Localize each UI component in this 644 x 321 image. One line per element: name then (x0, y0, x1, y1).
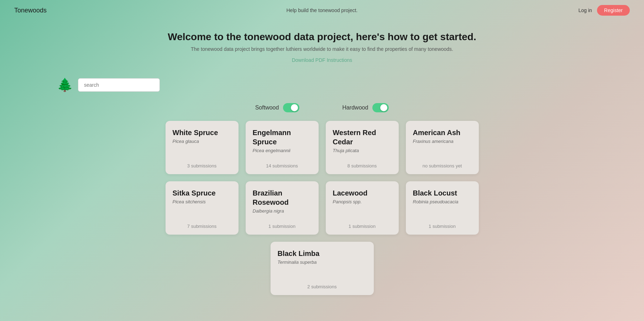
filters-row: Softwood Hardwood (0, 100, 644, 121)
wood-name: Lacewood (333, 188, 392, 198)
bottom-row: Black Limba Terminalia superba 2 submiss… (0, 242, 644, 295)
wood-submissions: no submissions yet (413, 163, 472, 168)
wood-submissions: 3 submissions (173, 163, 231, 168)
wood-submissions: 1 submission (253, 224, 311, 229)
wood-latin: Picea glauca (173, 139, 231, 144)
hero-subtitle: The tonewood data project brings togethe… (7, 46, 637, 52)
search-area: 🌲 (0, 70, 644, 100)
wood-name: Engelmann Spruce (253, 128, 311, 146)
wood-name: Black Limba (278, 249, 367, 258)
nav-actions: Log in Register (578, 5, 630, 16)
wood-latin: Terminalia superba (278, 260, 367, 265)
wood-name: American Ash (413, 128, 472, 137)
tree-icon: 🌲 (57, 77, 73, 92)
wood-card-black-limba[interactable]: Black Limba Terminalia superba 2 submiss… (271, 242, 374, 295)
nav-tagline: Help build the tonewood project. (286, 7, 357, 13)
wood-latin: Panopsis spp. (333, 199, 392, 204)
wood-submissions: 1 submission (413, 224, 472, 229)
search-input[interactable] (78, 78, 160, 92)
hero-title: Welcome to the tonewood data project, he… (7, 31, 637, 43)
brand-name: Tonewoods (14, 7, 47, 14)
wood-submissions: 7 submissions (173, 224, 231, 229)
hardwood-label: Hardwood (342, 105, 368, 111)
wood-name: Black Locust (413, 188, 472, 198)
register-button[interactable]: Register (597, 5, 630, 16)
wood-submissions: 2 submissions (278, 284, 367, 289)
wood-grid: White Spruce Picea glauca 3 submissions … (109, 121, 536, 235)
hero-section: Welcome to the tonewood data project, he… (0, 21, 644, 70)
softwood-label: Softwood (255, 105, 279, 111)
wood-latin: Picea engelmannii (253, 148, 311, 153)
pdf-instructions-link[interactable]: Download PDF Instructions (292, 57, 352, 63)
wood-card[interactable]: Western Red Cedar Thuja plicata 8 submis… (326, 121, 399, 174)
wood-name: Sitka Spruce (173, 188, 231, 198)
login-button[interactable]: Log in (578, 7, 592, 13)
wood-card[interactable]: American Ash Fraxinus americana no submi… (406, 121, 479, 174)
softwood-filter: Softwood (255, 103, 300, 112)
wood-card[interactable]: Engelmann Spruce Picea engelmannii 14 su… (246, 121, 319, 174)
hardwood-filter: Hardwood (342, 103, 389, 112)
wood-card[interactable]: Sitka Spruce Picea sitchensis 7 submissi… (166, 181, 239, 235)
hardwood-toggle[interactable] (372, 103, 389, 112)
wood-latin: Thuja plicata (333, 148, 392, 153)
wood-card[interactable]: Lacewood Panopsis spp. 1 submission (326, 181, 399, 235)
wood-submissions: 1 submission (333, 224, 392, 229)
wood-latin: Picea sitchensis (173, 199, 231, 204)
wood-name: Western Red Cedar (333, 128, 392, 146)
wood-card[interactable]: Brazilian Rosewood Dalbergia nigra 1 sub… (246, 181, 319, 235)
wood-card[interactable]: Black Locust Robinia pseudoacacia 1 subm… (406, 181, 479, 235)
wood-submissions: 14 submissions (253, 163, 311, 168)
wood-submissions: 8 submissions (333, 163, 392, 168)
navbar: Tonewoods Help build the tonewood projec… (0, 0, 644, 21)
wood-name: White Spruce (173, 128, 231, 137)
wood-latin: Fraxinus americana (413, 139, 472, 144)
wood-latin: Robinia pseudoacacia (413, 199, 472, 204)
wood-latin: Dalbergia nigra (253, 208, 311, 214)
wood-card[interactable]: White Spruce Picea glauca 3 submissions (166, 121, 239, 174)
wood-name: Brazilian Rosewood (253, 188, 311, 207)
softwood-toggle[interactable] (283, 103, 299, 112)
